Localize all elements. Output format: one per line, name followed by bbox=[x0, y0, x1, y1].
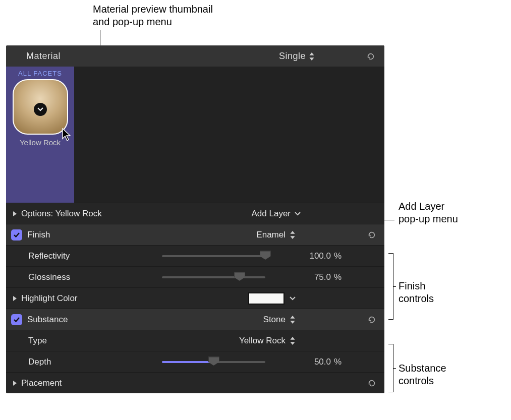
callout-text: and pop-up menu bbox=[93, 16, 172, 27]
callout-preview: Material preview thumbnail and pop-up me… bbox=[93, 3, 213, 28]
type-label: Type bbox=[28, 336, 47, 346]
reset-icon[interactable] bbox=[367, 379, 376, 388]
triangle-right-icon bbox=[12, 380, 17, 386]
depth-slider[interactable] bbox=[162, 361, 265, 363]
finish-label: Finish bbox=[27, 230, 50, 240]
bracket bbox=[388, 253, 393, 320]
highlight-color-row: Highlight Color bbox=[6, 287, 384, 309]
material-mode-popup[interactable]: Single bbox=[279, 51, 315, 62]
bracket bbox=[388, 344, 393, 392]
substance-section-header: Substance Stone bbox=[6, 309, 384, 330]
checkmark-icon bbox=[13, 232, 20, 238]
callout-text: pop-up menu bbox=[399, 213, 458, 224]
material-thumbnail-name: Yellow Rock bbox=[20, 138, 61, 147]
updown-icon bbox=[290, 231, 296, 239]
material-thumbnail[interactable] bbox=[13, 79, 68, 135]
slider-fill bbox=[162, 361, 214, 363]
glossiness-value[interactable]: 75.0 bbox=[286, 272, 331, 282]
callout-text: controls bbox=[399, 375, 434, 386]
material-inspector-panel: Material Single ALL FACETS Yello bbox=[6, 45, 384, 393]
substance-type-popup[interactable]: Yellow Rock bbox=[239, 336, 296, 346]
disclosure-triangle[interactable] bbox=[10, 380, 19, 386]
chevron-down-icon bbox=[295, 211, 301, 216]
material-preview-strip: ALL FACETS Yellow Rock bbox=[6, 67, 384, 203]
reflectivity-row: Reflectivity 100.0 % bbox=[6, 245, 384, 266]
material-title: Material bbox=[26, 51, 61, 62]
reset-icon[interactable] bbox=[367, 230, 376, 239]
disclosure-triangle[interactable] bbox=[10, 211, 19, 217]
callout-addlayer: Add Layer pop-up menu bbox=[399, 200, 458, 225]
popup-label: Add Layer bbox=[252, 209, 291, 219]
substance-type-row: Type Yellow Rock bbox=[6, 330, 384, 351]
callout-substance: Substance controls bbox=[399, 362, 446, 387]
popup-value: Yellow Rock bbox=[239, 336, 286, 346]
callout-text: Add Layer bbox=[399, 201, 444, 212]
checkmark-icon bbox=[13, 317, 20, 323]
cursor-icon bbox=[61, 128, 72, 142]
glossiness-row: Glossiness 75.0 % bbox=[6, 266, 384, 287]
unit: % bbox=[331, 251, 346, 261]
callout-text: Substance bbox=[399, 363, 446, 374]
facets-label: ALL FACETS bbox=[18, 70, 62, 77]
finish-checkbox[interactable] bbox=[11, 229, 22, 241]
depth-row: Depth 50.0 % bbox=[6, 351, 384, 372]
material-thumbnail-tile[interactable]: ALL FACETS Yellow Rock bbox=[6, 67, 74, 203]
popup-value: Stone bbox=[263, 315, 286, 325]
triangle-right-icon bbox=[12, 295, 17, 302]
triangle-right-icon bbox=[12, 211, 17, 217]
reset-icon[interactable] bbox=[367, 315, 376, 324]
slider-knob[interactable] bbox=[208, 356, 219, 366]
unit: % bbox=[331, 272, 346, 282]
disclosure-triangle[interactable] bbox=[10, 295, 19, 302]
slider-knob[interactable] bbox=[234, 272, 245, 281]
highlight-color-well[interactable] bbox=[248, 292, 285, 305]
options-label: Options: Yellow Rock bbox=[21, 209, 102, 219]
finish-type-popup[interactable]: Enamel bbox=[256, 230, 296, 240]
chevron-down-icon[interactable] bbox=[290, 296, 296, 301]
callout-finish: Finish controls bbox=[399, 280, 434, 305]
reflectivity-value[interactable]: 100.0 bbox=[286, 251, 331, 261]
reflectivity-label: Reflectivity bbox=[28, 251, 70, 261]
add-layer-popup[interactable]: Add Layer bbox=[252, 209, 301, 219]
depth-value[interactable]: 50.0 bbox=[286, 357, 331, 367]
options-row: Options: Yellow Rock Add Layer bbox=[6, 203, 384, 224]
callout-text: Material preview thumbnail bbox=[93, 4, 213, 15]
updown-icon bbox=[290, 337, 296, 345]
updown-icon bbox=[309, 52, 315, 61]
substance-checkbox[interactable] bbox=[11, 314, 22, 325]
finish-section-header: Finish Enamel bbox=[6, 224, 384, 245]
placement-row: Placement bbox=[6, 372, 384, 393]
updown-icon bbox=[290, 316, 296, 324]
reflectivity-slider[interactable] bbox=[162, 255, 265, 257]
reset-icon[interactable] bbox=[366, 52, 375, 61]
material-titlebar: Material Single bbox=[6, 45, 384, 67]
callout-line bbox=[393, 368, 396, 369]
callout-text: controls bbox=[399, 293, 434, 304]
material-popup-button[interactable] bbox=[34, 103, 47, 116]
placement-label: Placement bbox=[21, 378, 62, 388]
depth-label: Depth bbox=[28, 357, 51, 367]
callout-text: Finish bbox=[399, 280, 425, 291]
highlight-color-label: Highlight Color bbox=[21, 293, 78, 304]
chevron-down-icon bbox=[37, 107, 43, 111]
slider-knob[interactable] bbox=[260, 251, 271, 260]
popup-value: Enamel bbox=[256, 230, 286, 240]
popup-value: Single bbox=[279, 51, 306, 62]
glossiness-slider[interactable] bbox=[162, 276, 265, 278]
callout-line bbox=[393, 286, 396, 287]
glossiness-label: Glossiness bbox=[28, 272, 70, 282]
unit: % bbox=[331, 357, 346, 367]
substance-label: Substance bbox=[27, 315, 68, 325]
substance-kind-popup[interactable]: Stone bbox=[263, 315, 296, 325]
